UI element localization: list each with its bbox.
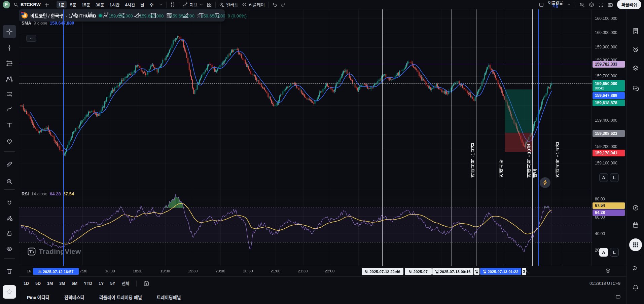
tab-4[interactable]: 트레이딩패널 <box>157 294 181 300</box>
measure-tool[interactable] <box>3 157 16 171</box>
auto-scale-button[interactable]: A <box>599 248 608 257</box>
chat-icon[interactable] <box>632 84 640 92</box>
favorites-star[interactable] <box>3 285 16 299</box>
go-to-date-icon[interactable] <box>143 280 149 287</box>
compare-add-icon[interactable] <box>44 2 49 7</box>
interval-button-1분[interactable]: 1분 <box>57 1 67 8</box>
left-drawing-toolbar <box>0 9 19 304</box>
purple-horizontal-line[interactable] <box>19 64 592 64</box>
range-button-6M[interactable]: 6M <box>72 281 77 286</box>
zoom-in-tool[interactable] <box>3 175 16 188</box>
tab-1[interactable]: Pine 에디터 <box>27 294 49 300</box>
alerts-icon[interactable] <box>632 46 640 54</box>
magnet-mode[interactable] <box>3 196 16 210</box>
panel-restore-icon[interactable] <box>615 294 621 300</box>
trend-line-tools[interactable] <box>3 41 16 54</box>
stay-in-drawing-mode[interactable] <box>3 211 16 225</box>
vertical-line-marker[interactable] <box>505 9 505 266</box>
projection-tools[interactable] <box>3 87 16 101</box>
toolbar-divider <box>268 2 269 8</box>
time-axis-tick: 17:30 <box>78 269 87 273</box>
range-button-1M[interactable]: 1M <box>47 281 53 286</box>
redo-icon[interactable] <box>281 2 286 7</box>
bottom-toolbar: 1D5D1M3M6MYTD1Y5Y전체 01:29:18 UTC+9 <box>19 276 627 290</box>
notifications-bell-icon[interactable] <box>632 283 640 292</box>
vertical-line-marker[interactable] <box>476 9 476 266</box>
symbol-search-button[interactable]: BTCKRW <box>13 2 41 7</box>
symbol-legend[interactable]: ₿ 비트코인 / 한국 원 · 1 · BITHUMB 시159,650,000… <box>22 12 247 19</box>
vertical-line-marker[interactable] <box>452 9 452 266</box>
log-scale-button[interactable]: L <box>610 173 619 182</box>
auto-log-buttons: AL <box>599 248 619 257</box>
chart-type-icon[interactable] <box>170 2 175 7</box>
undo-icon[interactable] <box>272 2 277 7</box>
range-button-전체[interactable]: 전체 <box>122 280 130 287</box>
pattern-tools[interactable] <box>3 72 16 86</box>
vertical-line-marker[interactable] <box>63 9 64 266</box>
replay-button[interactable]: 리플레이 <box>242 1 265 8</box>
hide-drawings[interactable] <box>3 242 16 256</box>
interval-button-30분[interactable]: 30분 <box>94 1 106 8</box>
snapshot-camera-icon[interactable] <box>608 2 613 7</box>
time-axis[interactable]: 1617:3018:0018:3019:0019:3020:0020:3021:… <box>19 266 627 277</box>
object-tree-icon[interactable] <box>632 64 640 72</box>
layout-chevron-icon[interactable] <box>567 3 571 7</box>
magnet-icon <box>6 199 13 206</box>
legend-collapse-button[interactable] <box>26 35 36 42</box>
vertical-line-marker[interactable] <box>382 9 383 266</box>
interval-group: 1분5분15분30분1시간4시간날주 <box>57 1 156 8</box>
auto-scale-button[interactable]: A <box>599 173 608 182</box>
interval-button-4시간[interactable]: 4시간 <box>123 1 137 8</box>
fullscreen-icon[interactable] <box>598 2 604 7</box>
time-axis-settings-gear-icon[interactable] <box>605 268 611 273</box>
text-tools[interactable] <box>3 118 16 132</box>
brush-tools[interactable] <box>3 103 16 116</box>
clock-utc[interactable]: 01:29:18 UTC+9 <box>589 281 620 286</box>
price-axis[interactable]: 160,100,000160,000,000159,900,000159,800… <box>592 9 627 266</box>
range-button-3M[interactable]: 3M <box>59 281 65 286</box>
indicator-templates-icon[interactable] <box>207 2 212 7</box>
rsi-legend[interactable]: RSI 14 close 64.28 67.54 <box>22 191 74 196</box>
sma-legend[interactable]: SMA 9 close 159,647,889 <box>22 21 74 26</box>
calendar-icon[interactable] <box>632 221 640 229</box>
time-axis-marker-label: 토 2025-07-12 22:46 <box>362 268 403 275</box>
interval-button-15분[interactable]: 15분 <box>80 1 92 8</box>
range-button-YTD[interactable]: YTD <box>84 281 92 286</box>
lock-drawings[interactable] <box>3 227 16 240</box>
interval-button-1시간[interactable]: 1시간 <box>107 1 121 8</box>
alert-button[interactable]: 얼러트 <box>219 1 238 8</box>
remove-drawings[interactable] <box>3 264 16 278</box>
tab-3[interactable]: 리플레이 트레이딩 패널 <box>99 294 142 300</box>
apps-grid-button[interactable] <box>629 238 642 251</box>
range-button-5D[interactable]: 5D <box>35 281 41 286</box>
interval-button-주[interactable]: 주 <box>148 1 156 8</box>
vertical-line-marker[interactable] <box>561 9 561 266</box>
indicators-button[interactable]: 지표 <box>182 1 203 8</box>
tab-2[interactable]: 전략테스터 <box>64 294 84 300</box>
ruler-icon <box>6 161 13 167</box>
layout-save-button[interactable]: 이름없음 저장 <box>548 1 563 8</box>
emoji-tools[interactable] <box>3 135 16 148</box>
interval-button-날[interactable]: 날 <box>138 1 146 8</box>
interval-chevron-icon[interactable] <box>159 3 163 7</box>
layout-select-icon[interactable] <box>539 2 544 7</box>
broadcasts-icon[interactable] <box>632 264 640 272</box>
purple-line-price-label: 159,782,333 <box>593 61 625 68</box>
range-button-1Y[interactable]: 1Y <box>99 281 104 286</box>
gann-fib-tools[interactable] <box>3 56 16 70</box>
time-axis-tick: 19:30 <box>188 269 198 273</box>
crosshair-tool[interactable] <box>3 25 16 38</box>
quick-search-icon[interactable] <box>579 2 585 7</box>
watchlist-icon[interactable] <box>632 27 640 35</box>
publish-button[interactable]: 퍼블리쉬 <box>617 0 641 9</box>
range-button-1D[interactable]: 1D <box>24 281 29 286</box>
settings-gear-icon[interactable] <box>589 2 594 7</box>
instant-trade-button[interactable] <box>540 177 550 188</box>
user-avatar[interactable]: F <box>3 1 10 8</box>
range-button-5Y[interactable]: 5Y <box>110 281 115 286</box>
interval-button-5분[interactable]: 5분 <box>68 1 78 8</box>
time-axis-marker-label: 토 2025-07-12 16:57 <box>33 268 79 275</box>
vertical-line-marker[interactable] <box>538 9 539 266</box>
screener-icon[interactable] <box>632 204 640 212</box>
log-scale-button[interactable]: L <box>610 248 619 257</box>
